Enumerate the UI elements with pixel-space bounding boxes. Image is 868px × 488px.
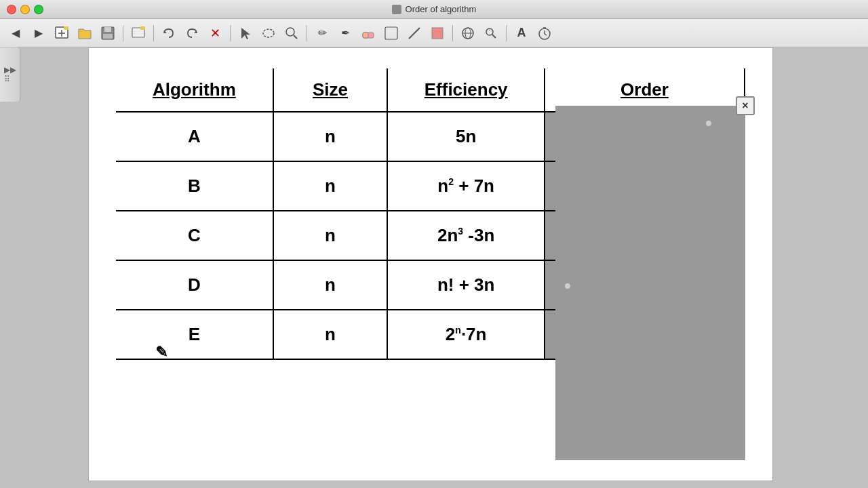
line-button[interactable] bbox=[404, 23, 425, 43]
svg-rect-8 bbox=[140, 26, 145, 30]
separator-1 bbox=[123, 25, 123, 41]
separator-5 bbox=[452, 25, 453, 41]
separator-3 bbox=[230, 25, 231, 41]
zoom-button[interactable] bbox=[281, 23, 302, 43]
header-efficiency: Efficiency bbox=[387, 68, 545, 112]
stop-button[interactable]: ✕ bbox=[205, 23, 225, 43]
cell-efficiency-a: 5n bbox=[387, 112, 545, 161]
cell-size-a: n bbox=[273, 112, 388, 161]
separator-6 bbox=[506, 25, 507, 41]
svg-rect-18 bbox=[432, 28, 443, 39]
cell-efficiency-e: 2n·7n bbox=[387, 310, 545, 359]
slide-canvas: Algorithm Size Efficiency Order bbox=[88, 47, 773, 481]
pencil-button[interactable]: ✏ bbox=[312, 23, 332, 43]
cell-algorithm-a: A bbox=[116, 112, 273, 161]
svg-rect-6 bbox=[103, 34, 113, 39]
window-title: Order of algorithm bbox=[406, 4, 477, 14]
paint-button[interactable] bbox=[381, 23, 401, 43]
lasso-button[interactable] bbox=[258, 23, 279, 43]
eraser-button[interactable] bbox=[358, 23, 378, 43]
minimize-window-button[interactable] bbox=[20, 5, 30, 14]
undo-button[interactable] bbox=[159, 23, 179, 43]
svg-rect-15 bbox=[363, 33, 368, 38]
cell-algorithm-d: D bbox=[116, 260, 273, 310]
maximize-window-button[interactable] bbox=[34, 5, 43, 14]
cell-size-e: n bbox=[273, 310, 388, 359]
close-window-button[interactable] bbox=[7, 5, 16, 14]
svg-line-13 bbox=[294, 35, 297, 39]
calligraphy-button[interactable]: ✒ bbox=[335, 23, 355, 43]
panel-expand-icon: ▶▶⠿ bbox=[4, 65, 16, 84]
forward-button[interactable]: ▶ bbox=[28, 23, 49, 43]
open-button[interactable] bbox=[75, 23, 95, 43]
shape-button[interactable] bbox=[427, 23, 448, 43]
cell-efficiency-c: 2n3 -3n bbox=[387, 211, 545, 260]
redo-button[interactable] bbox=[182, 23, 202, 43]
window-controls[interactable] bbox=[7, 5, 43, 14]
new-slide-button[interactable] bbox=[52, 23, 72, 43]
cell-size-c: n bbox=[273, 211, 388, 260]
select-button[interactable] bbox=[235, 23, 256, 43]
text-button[interactable]: A bbox=[511, 23, 532, 43]
svg-rect-3 bbox=[64, 26, 68, 30]
overlay-dot-1 bbox=[706, 121, 711, 126]
title-bar: Order of algorithm bbox=[0, 0, 868, 19]
window-title-area: Order of algorithm bbox=[392, 4, 477, 14]
app-icon bbox=[392, 5, 401, 14]
globe-button[interactable] bbox=[458, 23, 478, 43]
header-size: Size bbox=[273, 68, 388, 112]
back-button[interactable]: ◀ bbox=[5, 23, 26, 43]
header-algorithm: Algorithm bbox=[116, 68, 273, 112]
svg-rect-16 bbox=[385, 27, 397, 39]
svg-line-23 bbox=[492, 35, 496, 38]
svg-line-17 bbox=[409, 28, 420, 39]
order-overlay-panel: × bbox=[555, 106, 745, 460]
search-magnify-button[interactable] bbox=[481, 23, 501, 43]
timer-button[interactable] bbox=[534, 23, 555, 43]
svg-point-11 bbox=[263, 29, 274, 37]
overlay-dot-2 bbox=[565, 283, 570, 289]
toolbar: ◀ ▶ bbox=[0, 19, 868, 47]
cell-size-d: n bbox=[273, 260, 388, 310]
cell-efficiency-b: n2 + 7n bbox=[387, 161, 545, 211]
cell-algorithm-b: B bbox=[116, 161, 273, 211]
svg-point-12 bbox=[286, 28, 294, 36]
cell-size-b: n bbox=[273, 161, 388, 211]
slide-panel[interactable]: ▶▶⠿ bbox=[0, 47, 20, 102]
cell-efficiency-d: n! + 3n bbox=[387, 260, 545, 310]
insert-button[interactable] bbox=[128, 23, 149, 43]
close-overlay-button[interactable]: × bbox=[736, 96, 755, 115]
svg-line-27 bbox=[545, 34, 547, 35]
cell-algorithm-e: E ✎ bbox=[116, 310, 273, 359]
separator-2 bbox=[153, 25, 154, 41]
table-container: Algorithm Size Efficiency Order bbox=[89, 48, 772, 481]
cell-algorithm-c: C bbox=[116, 211, 273, 260]
svg-rect-5 bbox=[104, 27, 111, 32]
separator-4 bbox=[307, 25, 307, 41]
save-button[interactable] bbox=[98, 23, 118, 43]
